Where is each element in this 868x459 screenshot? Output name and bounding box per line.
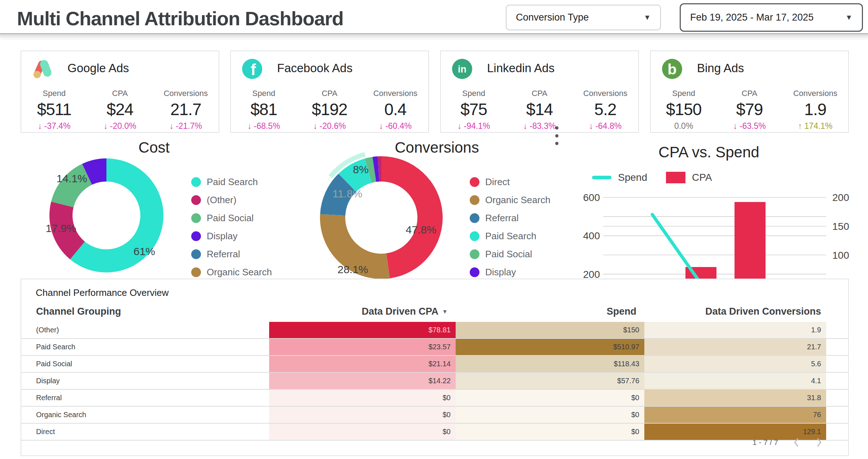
table-row-display: Display$14.22$57.764.1 [21,372,848,389]
metric-label: Spend [441,89,507,98]
axis-tick-label: 200 [832,192,849,203]
metric-cpa: CPA$79↓-63.5% [716,89,782,131]
metric-conversions: Conversions1.9↑174.1% [782,89,848,131]
arrow-down-icon: ↓ [379,121,383,131]
legend-dot [191,177,201,187]
table-header-row: Channel GroupingData Driven CPA▼SpendDat… [21,306,848,322]
pagination: 1 - 7 / 7 [753,437,823,448]
legend-dot [191,213,201,223]
chevron-right-icon[interactable] [815,437,823,448]
chevron-down-icon: ▼ [644,13,651,22]
metric-value: $79 [716,100,782,119]
scorecard-facebook-ads: fFacebook AdsSpend$81↓-68.5%CPA$192↓-20.… [230,51,429,133]
delta-value: -21.7% [176,121,202,131]
cell-channel: Paid Search [21,339,269,355]
arrow-down-icon: ↓ [523,121,527,131]
legend-label: Referral [485,213,518,224]
metric-label: Conversions [573,89,638,98]
metric-value: 5.2 [573,100,638,119]
cell-spacer [826,407,848,423]
legend-item-referral[interactable]: Referral [470,209,551,227]
metric-spend: Spend$75↓-94.1% [441,89,507,131]
scorecard-title: Linkedin Ads [487,61,554,75]
metric-value: 21.7 [153,100,219,119]
legend-dot [470,249,479,259]
cell-cpa: $21.14 [269,356,456,372]
cell-cpa: $0 [269,424,456,440]
legend-dot [470,231,479,241]
cell-spend: $510.97 [456,339,644,355]
legend-item-other[interactable]: (Other) [191,191,272,209]
metric-label: Spend [21,89,87,98]
metric-cpa: CPA$192↓-20.6% [297,89,362,131]
cell-cpa: $0 [269,407,456,423]
scorecard-title: Bing Ads [697,61,744,75]
legend-label: Display [485,267,516,278]
metric-delta: ↓-20.6% [297,121,362,131]
legend-dot [470,177,479,187]
cell-spend: $118.43 [456,356,644,372]
metric-delta: ↓-68.5% [231,121,297,131]
legend-item-referral[interactable]: Referral [191,245,272,263]
legend-item-paid-search[interactable]: Paid Search [191,173,272,191]
conversion-type-label: Conversion Type [516,12,589,23]
cell-spacer [826,339,848,355]
legend-dot [191,231,201,241]
chevron-left-icon[interactable] [793,437,801,448]
cell-spacer [826,390,848,406]
delta-value: -63.5% [740,121,766,131]
column-header-data-driven-conversions[interactable]: Data Driven Conversions [644,306,821,317]
cell-spacer [826,322,848,338]
column-header-label: Data Driven Conversions [705,306,821,317]
legend-label: Organic Search [207,267,272,278]
delta-value: -64.8% [595,121,622,131]
metric-value: $24 [87,100,153,119]
cell-conversions: 21.7 [644,339,826,355]
axis-tick-label: 100 [832,250,849,261]
more-options-icon[interactable] [552,126,562,145]
cell-cpa: $0 [269,390,456,406]
axis-tick-label: 400 [583,230,600,241]
column-header-channel-grouping[interactable]: Channel Grouping [36,306,253,317]
metric-conversions: Conversions5.2↓-64.8% [573,89,638,131]
legend-label: (Other) [207,194,236,206]
metric-delta: ↑174.1% [782,121,848,131]
delta-value: -37.4% [44,121,70,131]
legend-label: Paid Social [485,249,532,260]
cell-spend: $150 [456,322,644,338]
page-title: Multi Channel Attribution Dashboard [17,7,343,30]
conversion-type-select[interactable]: Conversion Type ▼ [506,5,661,30]
cell-channel: Organic Search [21,407,269,423]
arrow-down-icon: ↓ [457,121,462,131]
cell-spacer [826,424,848,440]
legend-label: Paid Search [485,231,536,242]
metric-delta: ↓-64.8% [573,121,638,131]
column-header-spend[interactable]: Spend [456,306,636,317]
column-header-data-driven-cpa[interactable]: Data Driven CPA▼ [269,306,448,317]
table-body: (Other)$78.81$1501.9Paid Search$23.57$51… [21,322,848,441]
metric-delta: ↓-63.5% [716,121,782,131]
metric-delta: ↓-60.4% [363,121,428,131]
metric-value: $14 [507,100,572,119]
legend-item-direct[interactable]: Direct [470,173,551,191]
cell-conversions: 76 [644,407,826,423]
legend-item-paid-search[interactable]: Paid Search [470,227,551,245]
donut-slice-direct[interactable] [381,156,443,278]
legend-item-paid-social[interactable]: Paid Social [191,209,272,227]
cell-cpa: $23.57 [269,339,456,355]
table-row-paid-search: Paid Search$23.57$510.9721.7 [21,338,848,355]
legend-item-paid-social[interactable]: Paid Social [470,245,551,263]
legend-item-display[interactable]: Display [191,227,272,245]
cell-channel: (Other) [21,322,269,338]
cell-spacer [826,356,848,372]
arrow-down-icon: ↓ [733,121,737,131]
arrow-down-icon: ↓ [589,121,593,131]
cell-conversions: 1.9 [644,322,826,338]
delta-value: -20.6% [320,121,346,131]
facebook-icon: f [242,58,263,79]
date-range-picker[interactable]: Feb 19, 2025 - Mar 17, 2025 ▼ [680,3,863,32]
cell-spend: $0 [456,390,644,406]
legend-item-organic-search[interactable]: Organic Search [470,191,551,209]
chevron-down-icon: ▼ [845,13,852,22]
metric-conversions: Conversions0.4↓-60.4% [363,89,428,131]
